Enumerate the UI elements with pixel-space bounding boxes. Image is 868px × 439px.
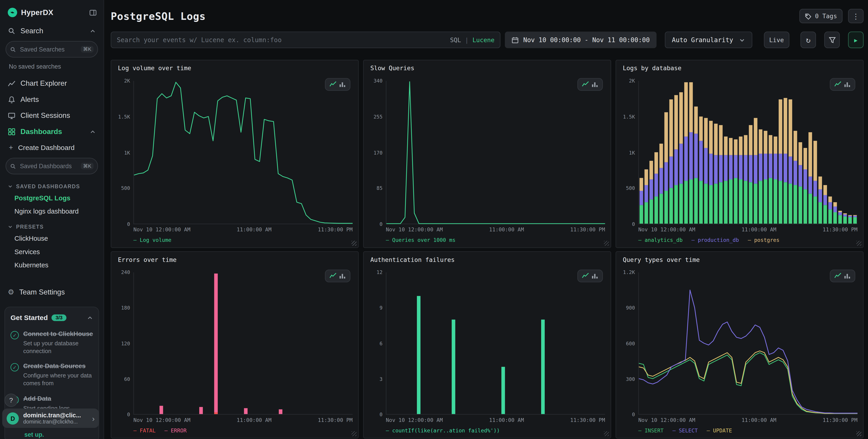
chart-legend: — FATAL— ERROR bbox=[133, 423, 352, 434]
sidebar-item-label: Client Sessions bbox=[21, 111, 96, 120]
search-input[interactable]: Search your events w/ Lucene ex. column:… bbox=[111, 31, 501, 48]
chart-plot bbox=[133, 272, 352, 415]
y-axis: 129630 bbox=[368, 272, 386, 415]
x-axis: Nov 10 12:00:00 AM11:00:00 AM11:30:00 PM bbox=[386, 415, 605, 423]
chevron-up-icon[interactable] bbox=[90, 27, 96, 35]
sidebar-item-team-settings[interactable]: ⚙ Team Settings bbox=[0, 284, 103, 300]
chart-plot bbox=[386, 81, 605, 224]
preset-clickhouse[interactable]: ClickHouse bbox=[0, 232, 103, 245]
line-chart-icon[interactable] bbox=[582, 272, 589, 280]
sidebar: ⌁ HyperDX Search Saved Searches ⌘K No sa… bbox=[0, 0, 104, 439]
checklist-item-create-data-sources[interactable]: ✓ Create Data Sources Configure where yo… bbox=[10, 362, 93, 387]
resize-handle[interactable] bbox=[857, 431, 861, 436]
saved-dashboard-nginx[interactable]: Nginx logs dashboard bbox=[0, 205, 103, 218]
sql-toggle[interactable]: SQL bbox=[450, 36, 461, 43]
create-dashboard-button[interactable]: + Create Dashboard bbox=[0, 139, 103, 155]
kebab-icon: ⋮ bbox=[852, 12, 860, 20]
saved-searches-placeholder: Saved Searches bbox=[20, 46, 77, 53]
page-title: PostgreSQL Logs bbox=[111, 10, 206, 22]
saved-dashboard-postgresql-logs[interactable]: PostgreSQL Logs bbox=[0, 191, 103, 205]
preset-services[interactable]: Services bbox=[0, 245, 103, 258]
resize-handle[interactable] bbox=[351, 431, 356, 436]
saved-dashboards-input[interactable]: Saved Dashboards ⌘K bbox=[5, 158, 98, 175]
help-button[interactable]: ? bbox=[4, 394, 18, 407]
panel-title: Query types over time bbox=[620, 256, 857, 263]
sidebar-item-search[interactable]: Search bbox=[0, 23, 103, 39]
chart-type-toggle[interactable] bbox=[325, 270, 350, 282]
resize-handle[interactable] bbox=[351, 241, 356, 246]
panel-slow-queries: Slow Queries 340255170850 Nov 10 12:00:0… bbox=[363, 60, 611, 248]
resize-handle[interactable] bbox=[857, 241, 861, 246]
main-content: PostgreSQL Logs 0 Tags ⋮ Search your eve… bbox=[104, 0, 868, 439]
sidebar-item-client-sessions[interactable]: Client Sessions bbox=[0, 107, 103, 123]
sidebar-item-chart-explorer[interactable]: Chart Explorer bbox=[0, 75, 103, 91]
time-range-value: Nov 10 00:00:00 - Nov 11 00:00:00 bbox=[523, 36, 650, 44]
sidebar-item-dashboards[interactable]: Dashboards bbox=[0, 124, 103, 139]
section-presets[interactable]: PRESETS bbox=[0, 218, 103, 232]
line-chart-icon[interactable] bbox=[834, 81, 842, 88]
granularity-select[interactable]: Auto Granularity bbox=[665, 31, 752, 48]
chart-type-toggle[interactable] bbox=[578, 270, 603, 282]
panel-title: Authentication failures bbox=[368, 256, 605, 263]
chevron-down-icon bbox=[739, 37, 745, 43]
preset-kubernetes[interactable]: Kubernetes bbox=[0, 258, 103, 272]
resize-handle[interactable] bbox=[604, 241, 609, 246]
chart-plot bbox=[133, 81, 352, 224]
bar-chart-icon[interactable] bbox=[591, 272, 598, 280]
bar-chart-icon[interactable] bbox=[844, 272, 851, 280]
hyperdx-logo-icon: ⌁ bbox=[8, 8, 17, 17]
bar-chart-icon[interactable] bbox=[591, 81, 598, 88]
chart-legend: — analytics_db— production_db— postgres bbox=[638, 232, 858, 244]
bar-chart-icon[interactable] bbox=[339, 81, 346, 88]
check-circle-icon: ✓ bbox=[10, 331, 19, 339]
line-chart-icon[interactable] bbox=[330, 272, 337, 280]
resize-handle[interactable] bbox=[604, 431, 609, 436]
bell-icon bbox=[8, 95, 16, 103]
filter-button[interactable] bbox=[824, 31, 840, 48]
chevron-up-icon[interactable] bbox=[87, 313, 93, 323]
lucene-toggle[interactable]: Lucene bbox=[472, 36, 495, 43]
chart-legend: — countIf(like(arr..ation failed%')) bbox=[386, 423, 605, 434]
sidebar-item-alerts[interactable]: Alerts bbox=[0, 91, 103, 107]
dashboards-grid-icon bbox=[8, 128, 16, 135]
x-axis: Nov 10 12:00:00 AM11:00:00 AM11:30:00 PM bbox=[133, 224, 352, 232]
toolbar: Search your events w/ Lucene ex. column:… bbox=[111, 31, 864, 48]
shortcut-badge: ⌘K bbox=[81, 46, 94, 53]
section-saved-dashboards[interactable]: SAVED DASHBOARDS bbox=[0, 178, 103, 192]
refresh-button[interactable]: ↻ bbox=[801, 31, 816, 48]
bar-chart-icon[interactable] bbox=[844, 81, 851, 88]
chart-legend: — INSERT— SELECT— UPDATE bbox=[638, 423, 858, 434]
shortcut-badge: ⌘K bbox=[81, 163, 94, 169]
saved-searches-input[interactable]: Saved Searches ⌘K bbox=[5, 41, 98, 58]
search-placeholder: Search your events w/ Lucene ex. column:… bbox=[117, 36, 450, 44]
setup-link[interactable]: set up. bbox=[24, 431, 44, 438]
sidebar-item-label: Dashboards bbox=[21, 127, 85, 136]
chart-plot bbox=[386, 272, 605, 415]
chart-type-toggle[interactable] bbox=[830, 78, 855, 91]
tags-button[interactable]: 0 Tags bbox=[799, 9, 842, 23]
avatar: D bbox=[7, 412, 19, 424]
checklist-item-connect-clickhouse[interactable]: ✓ Connect to ClickHouse Set up your data… bbox=[10, 330, 93, 355]
bar-chart-icon[interactable] bbox=[339, 272, 346, 280]
chart-type-toggle[interactable] bbox=[578, 78, 603, 91]
y-axis: 340255170850 bbox=[368, 81, 386, 224]
chart-type-toggle[interactable] bbox=[830, 270, 855, 282]
user-menu[interactable]: D dominic.tran@clic... dominic.tran@clic… bbox=[2, 408, 99, 428]
live-button[interactable]: Live bbox=[764, 31, 789, 48]
calendar-icon bbox=[512, 36, 519, 43]
line-chart-icon[interactable] bbox=[582, 81, 589, 88]
time-range-picker[interactable]: Nov 10 00:00:00 - Nov 11 00:00:00 bbox=[505, 31, 656, 48]
chart-type-toggle[interactable] bbox=[325, 78, 350, 91]
panel-title: Errors over time bbox=[116, 256, 352, 263]
line-chart-icon[interactable] bbox=[834, 272, 842, 280]
chart-legend: — Queries over 1000 ms bbox=[386, 232, 605, 244]
create-dashboard-label: Create Dashboard bbox=[18, 144, 96, 151]
more-options-button[interactable]: ⋮ bbox=[848, 9, 864, 23]
collapse-sidebar-icon[interactable] bbox=[89, 9, 97, 17]
chevron-up-icon[interactable] bbox=[90, 127, 96, 136]
line-chart-icon[interactable] bbox=[330, 81, 337, 88]
gear-icon: ⚙ bbox=[8, 288, 14, 296]
panel-title: Logs by database bbox=[620, 65, 857, 72]
run-query-button[interactable]: ▶ bbox=[848, 31, 864, 48]
panel-logs-by-database: Logs by database 2K1.5K1K5000 Nov 10 12:… bbox=[616, 60, 864, 248]
